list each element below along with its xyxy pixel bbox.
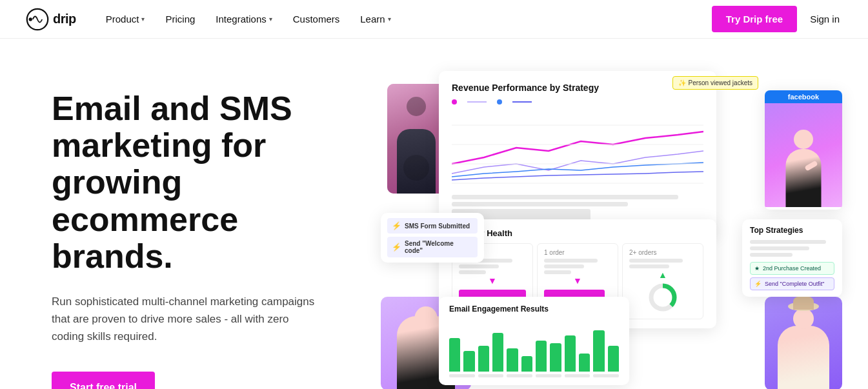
nav-item-customers[interactable]: Customers [284,8,349,30]
email-bar-chart [449,320,619,372]
email-engagement-card: Email Engagement Results [439,297,629,385]
nav-item-learn[interactable]: Learn ▾ [351,8,399,30]
lightning-icon: ⚡ [392,221,401,230]
revenue-card-title: Revenue Performance by Strategy [452,83,703,93]
facebook-image-area [765,103,842,207]
nav-right: Try Drip free Sign in [712,6,842,32]
hero-dashboard: Revenue Performance by Strategy [387,71,842,381]
bar-4 [492,333,503,372]
bar-10 [579,354,590,372]
chevron-icon: ▾ [269,15,272,23]
sparkle-icon: ✨ [678,79,686,86]
bar-5 [507,348,518,372]
sign-in-button[interactable]: Sign in [807,8,842,30]
hero-subtitle: Run sophisticated multi-channel marketin… [52,293,323,346]
lightning-icon2: ⚡ [392,243,401,252]
person-viewed-card: ✨ Person viewed jackets [672,76,759,94]
hero-section: Email and SMS marketing for growing ecom… [0,39,868,389]
start-free-trial-button[interactable]: Start free trial [52,372,155,390]
nav-item-product[interactable]: Product ▾ [97,8,154,30]
nav-item-pricing[interactable]: Pricing [156,8,204,30]
up-arrow-icon: ▲ [629,270,696,280]
revenue-chart [452,112,703,190]
chart-legend [452,99,703,105]
nav-item-integrations[interactable]: Integrations ▾ [207,8,281,30]
phone-image [387,84,445,194]
bar-8 [550,343,561,372]
bottom-right-photo [765,297,842,389]
facebook-label: facebook [765,90,842,103]
hero-left: Email and SMS marketing for growing ecom… [52,77,361,389]
bar-7 [536,341,547,372]
svg-point-1 [29,17,32,21]
down-arrow-icon: ▼ [459,275,526,286]
navbar: drip Product ▾ Pricing Integrations ▾ Cu… [0,0,868,39]
lightning-icon3: ⚡ [754,281,762,287]
complete-outfit-badge: ⚡ Send "Complete Outfit" [750,277,834,290]
journey-col-2plus-orders: 2+ orders ▲ [622,243,703,319]
bar-3 [478,346,489,372]
second-purchase-badge: ★ 2nd Purchase Created [750,262,834,275]
email-engagement-title: Email Engagement Results [449,304,619,314]
bar-2 [463,351,474,372]
hero-title: Email and SMS marketing for growing ecom… [52,90,361,275]
bar-6 [521,356,532,372]
journey-card-title: Journey Health [452,228,703,238]
bar-1 [449,338,460,372]
strategies-title: Top Strategies [750,226,834,235]
brand-logo[interactable]: drip [26,8,76,31]
star-icon: ★ [754,265,760,272]
chevron-icon: ▾ [141,15,145,23]
top-strategies-card: Top Strategies ★ 2nd Purchase Created ⚡ … [742,219,842,297]
chevron-icon: ▾ [388,15,391,23]
revenue-performance-card: Revenue Performance by Strategy [439,71,716,237]
down-arrow-icon2: ▼ [544,275,611,286]
send-welcome-code-badge: ⚡ Send "Welcome code" [387,237,478,257]
bar-12 [608,346,619,372]
person-viewed-badge: ✨ Person viewed jackets [672,76,759,90]
nav-links: Product ▾ Pricing Integrations ▾ Custome… [97,8,712,30]
try-drip-free-button[interactable]: Try Drip free [712,6,797,32]
facebook-card: facebook [765,90,842,210]
sms-form-card: ⚡ SMS Form Submitted ⚡ Send "Welcome cod… [381,213,484,263]
sms-form-submitted-badge: ⚡ SMS Form Submitted [387,218,478,234]
bar-11 [593,330,604,372]
bar-9 [565,335,576,372]
brand-name: drip [53,12,76,26]
